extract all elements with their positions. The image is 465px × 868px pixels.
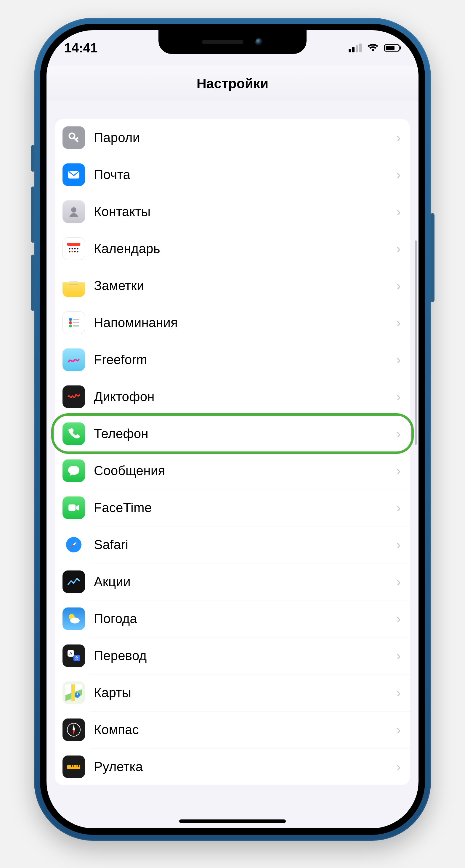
settings-row-label: Напоминания <box>94 315 396 330</box>
settings-row-label: Календарь <box>94 241 396 256</box>
settings-row-label: Почта <box>94 167 396 182</box>
cellular-signal-icon <box>349 43 361 53</box>
svg-rect-2 <box>400 46 401 50</box>
svg-point-9 <box>74 248 76 249</box>
compass-icon <box>62 718 85 741</box>
settings-row-label: Диктофон <box>94 389 396 404</box>
settings-scroll-area[interactable]: Пароли›Почта›Контакты›Календарь›Заметки›… <box>47 101 418 828</box>
settings-row-label: Перевод <box>94 648 396 663</box>
chevron-right-icon: › <box>396 611 401 626</box>
chevron-right-icon: › <box>396 352 401 367</box>
voicememo-icon <box>62 385 85 408</box>
power-button[interactable] <box>430 213 435 302</box>
stocks-icon <box>62 570 85 593</box>
svg-point-7 <box>69 248 70 249</box>
reminders-icon <box>62 311 85 334</box>
chevron-right-icon: › <box>396 722 401 737</box>
messages-icon <box>62 460 85 482</box>
svg-rect-6 <box>67 243 80 246</box>
settings-row-translate[interactable]: A文Перевод› <box>55 637 410 674</box>
settings-row-phone[interactable]: Телефон› <box>55 415 410 452</box>
settings-row-label: Safari <box>94 537 396 552</box>
svg-point-17 <box>69 318 72 321</box>
svg-point-10 <box>77 248 79 249</box>
settings-row-compass[interactable]: Компас› <box>55 711 410 748</box>
phone-bezel: 14:41 Настройки Пароли›По <box>40 24 425 835</box>
chevron-right-icon: › <box>396 760 401 774</box>
settings-row-label: Погода <box>94 611 396 626</box>
settings-row-label: Компас <box>94 722 396 737</box>
settings-row-passwords[interactable]: Пароли› <box>55 119 410 156</box>
battery-icon <box>384 44 402 52</box>
volume-down-button[interactable] <box>31 255 35 311</box>
chevron-right-icon: › <box>396 130 401 145</box>
volume-up-button[interactable] <box>31 187 35 243</box>
status-time: 14:41 <box>64 40 98 55</box>
svg-point-8 <box>72 248 73 249</box>
chevron-right-icon: › <box>396 574 401 589</box>
settings-row-voicememo[interactable]: Диктофон› <box>55 378 410 415</box>
freeform-icon <box>62 348 85 371</box>
svg-text:文: 文 <box>75 656 79 660</box>
settings-row-weather[interactable]: Погода› <box>55 600 410 637</box>
chevron-right-icon: › <box>396 500 401 515</box>
settings-row-label: Акции <box>94 574 396 589</box>
svg-text:A: A <box>69 651 72 656</box>
settings-row-label: Заметки <box>94 278 396 293</box>
display-notch <box>158 30 307 54</box>
svg-point-5 <box>71 207 77 213</box>
settings-row-calendar[interactable]: Календарь› <box>55 230 410 267</box>
page-title: Настройки <box>197 75 269 91</box>
chevron-right-icon: › <box>396 463 401 478</box>
wifi-icon <box>367 43 379 53</box>
svg-point-19 <box>69 324 72 328</box>
settings-row-mail[interactable]: Почта› <box>55 156 410 193</box>
settings-row-label: FaceTime <box>94 500 396 515</box>
settings-row-contacts[interactable]: Контакты› <box>55 193 410 230</box>
settings-row-freeform[interactable]: Freeform› <box>55 341 410 378</box>
settings-row-messages[interactable]: Сообщения› <box>55 452 410 489</box>
settings-row-facetime[interactable]: FaceTime› <box>55 489 410 526</box>
weather-icon <box>62 608 85 630</box>
notes-icon <box>62 274 85 297</box>
settings-row-label: Пароли <box>94 130 396 145</box>
settings-row-label: Карты <box>94 685 396 700</box>
settings-row-measure[interactable]: Рулетка› <box>55 748 410 785</box>
svg-rect-23 <box>68 504 76 511</box>
mute-switch[interactable] <box>31 145 35 172</box>
home-indicator[interactable] <box>179 819 286 823</box>
svg-point-28 <box>70 618 80 623</box>
svg-point-13 <box>74 251 76 252</box>
calendar-icon <box>62 238 85 260</box>
chevron-right-icon: › <box>396 648 401 663</box>
phone-icon <box>62 423 85 445</box>
settings-row-reminders[interactable]: Напоминания› <box>55 304 410 341</box>
settings-row-label: Сообщения <box>94 463 396 478</box>
chevron-right-icon: › <box>396 204 401 219</box>
phone-frame: 14:41 Настройки Пароли›По <box>34 18 431 841</box>
chevron-right-icon: › <box>396 241 401 256</box>
speaker-grille <box>202 40 243 44</box>
phone-screen: 14:41 Настройки Пароли›По <box>47 30 418 828</box>
settings-row-label: Контакты <box>94 204 396 219</box>
settings-row-safari[interactable]: Safari› <box>55 526 410 563</box>
chevron-right-icon: › <box>396 426 401 441</box>
chevron-right-icon: › <box>396 537 401 552</box>
key-icon <box>62 126 85 149</box>
svg-rect-1 <box>386 46 395 50</box>
maps-icon <box>62 681 85 704</box>
settings-row-maps[interactable]: Карты› <box>55 674 410 711</box>
settings-row-label: Рулетка <box>94 760 396 774</box>
chevron-right-icon: › <box>396 167 401 182</box>
settings-group: Пароли›Почта›Контакты›Календарь›Заметки›… <box>55 119 410 785</box>
settings-row-stocks[interactable]: Акции› <box>55 563 410 600</box>
safari-icon <box>62 533 85 556</box>
chevron-right-icon: › <box>396 685 401 700</box>
settings-row-label: Freeform <box>94 352 396 367</box>
svg-point-18 <box>69 321 72 324</box>
scrollbar-thumb[interactable] <box>415 240 417 445</box>
translate-icon: A文 <box>62 645 85 667</box>
svg-point-11 <box>69 251 70 252</box>
settings-row-notes[interactable]: Заметки› <box>55 267 410 304</box>
chevron-right-icon: › <box>396 389 401 404</box>
